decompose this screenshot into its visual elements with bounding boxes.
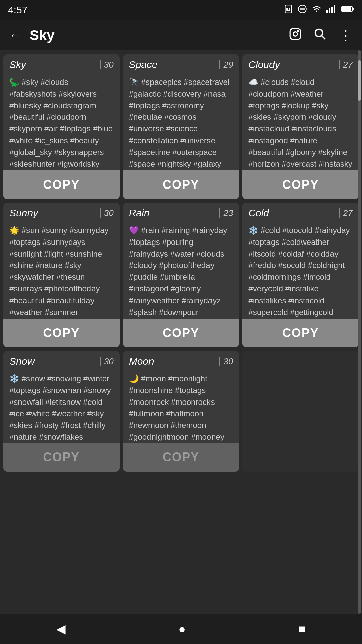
card-sky-copy-button[interactable]: COPY [3, 170, 120, 199]
sim-icon [284, 4, 293, 16]
card-rain-divider [219, 208, 220, 218]
card-space-count: 29 [223, 60, 233, 70]
card-rain-count: 23 [223, 208, 233, 218]
card-cold-copy-button[interactable]: COPY [242, 319, 359, 347]
svg-rect-10 [334, 5, 335, 13]
svg-rect-13 [353, 8, 354, 10]
card-snow-title: Snow [9, 356, 97, 367]
content-area: Sky 30 🦕 #sky #clouds #fabskyshots #skyl… [0, 50, 362, 476]
top-bar-icons: ⋮ [286, 25, 355, 46]
svg-rect-3 [286, 10, 290, 12]
svg-point-16 [298, 31, 299, 32]
card-sky: Sky 30 🦕 #sky #clouds #fabskyshots #skyl… [3, 54, 120, 199]
card-sunny-emoji: 🌟 [9, 226, 19, 235]
card-sky-count: 30 [104, 60, 114, 70]
card-snow-header: Snow 30 [3, 351, 120, 370]
status-time: 4:57 [8, 4, 27, 16]
svg-rect-12 [342, 7, 351, 11]
card-sky-divider [100, 60, 101, 69]
card-space-title: Space [129, 59, 216, 70]
top-bar: ← Sky ⋮ [0, 20, 362, 50]
card-snow-count: 30 [104, 356, 114, 367]
svg-rect-2 [289, 8, 290, 10]
card-cloudy-title: Cloudy [248, 59, 336, 70]
grid-row-1: Sky 30 🦕 #sky #clouds #fabskyshots #skyl… [3, 54, 359, 199]
card-moon-emoji: 🌙 [129, 374, 139, 383]
card-rain-body: 💜 #rain #raining #rainyday #toptags #pou… [123, 221, 239, 319]
card-snow-divider [100, 357, 101, 366]
nav-bar: ◀ ● ■ [0, 614, 362, 644]
card-sunny-count: 30 [104, 208, 114, 218]
card-space-emoji: 🔭 [129, 77, 139, 87]
card-cloudy: Cloudy 27 ☁️ #clouds #cloud #cloudporn #… [242, 54, 359, 199]
card-cloudy-copy-button[interactable]: COPY [242, 170, 359, 199]
card-moon: Moon 30 🌙 #moon #moonlight #moonshine #t… [123, 351, 239, 472]
svg-rect-1 [286, 8, 288, 10]
card-moon-copy-button[interactable]: COPY [123, 443, 239, 472]
svg-rect-8 [329, 8, 330, 13]
svg-line-18 [322, 36, 325, 39]
card-cold: Cold 27 ❄️ #cold #toocold #rainyday #top… [242, 203, 359, 347]
card-cloudy-emoji: ☁️ [248, 77, 258, 87]
nav-square-button[interactable]: ■ [288, 619, 316, 639]
status-bar: 4:57 [0, 0, 362, 20]
card-snow-copy-button[interactable]: COPY [3, 443, 120, 472]
signal-icon [326, 5, 337, 15]
card-space-copy-button[interactable]: COPY [123, 170, 239, 199]
card-cloudy-body: ☁️ #clouds #cloud #cloudporn #weather #t… [242, 73, 359, 170]
card-moon-divider [219, 357, 220, 366]
card-cold-emoji: ❄️ [248, 226, 258, 235]
card-moon-count: 30 [223, 356, 233, 367]
search-icon[interactable] [311, 25, 329, 46]
card-space-header: Space 29 [123, 54, 239, 73]
scroll-thumb [358, 60, 361, 101]
card-moon-header: Moon 30 [123, 351, 239, 370]
card-sunny-title: Sunny [9, 207, 97, 219]
page-title: Sky [29, 27, 281, 43]
svg-rect-0 [285, 5, 292, 13]
card-sunny-divider [100, 208, 101, 218]
card-cloudy-header: Cloudy 27 [242, 54, 359, 73]
grid-row-3: Snow 30 ❄️ #snow #snowing #winter #topta… [3, 351, 359, 472]
card-snow-body: ❄️ #snow #snowing #winter #toptags #snow… [3, 370, 120, 443]
card-sky-title: Sky [9, 59, 97, 70]
card-empty [242, 351, 359, 472]
card-cold-header: Cold 27 [242, 203, 359, 221]
more-icon[interactable]: ⋮ [336, 25, 355, 45]
card-space-divider [219, 60, 220, 69]
card-sunny-body: 🌟 #sun #sunny #sunnyday #toptags #sunnyd… [3, 221, 120, 319]
card-cold-count: 27 [343, 208, 353, 218]
card-snow-emoji: ❄️ [9, 374, 19, 383]
status-icons [284, 4, 354, 16]
card-rain-header: Rain 23 [123, 203, 239, 221]
card-cold-divider [339, 208, 340, 218]
svg-point-17 [315, 29, 323, 37]
svg-rect-14 [290, 29, 301, 39]
card-sky-body: 🦕 #sky #clouds #fabskyshots #skylovers #… [3, 73, 120, 170]
svg-rect-7 [326, 10, 328, 13]
svg-rect-9 [331, 7, 333, 13]
card-rain-title: Rain [129, 207, 216, 219]
battery-icon [341, 5, 354, 15]
instagram-icon[interactable] [286, 25, 304, 46]
svg-point-6 [316, 11, 317, 12]
nav-back-button[interactable]: ◀ [46, 619, 76, 639]
card-snow: Snow 30 ❄️ #snow #snowing #winter #topta… [3, 351, 120, 472]
scroll-bar [358, 50, 361, 614]
back-button[interactable]: ← [7, 25, 24, 45]
card-moon-title: Moon [129, 356, 216, 367]
card-sunny-copy-button[interactable]: COPY [3, 319, 120, 347]
card-cold-body: ❄️ #cold #toocold #rainyday #toptags #co… [242, 221, 359, 319]
card-space: Space 29 🔭 #spacepics #spacetravel #gala… [123, 54, 239, 199]
card-space-body: 🔭 #spacepics #spacetravel #galactic #dis… [123, 73, 239, 170]
svg-point-15 [293, 32, 298, 36]
card-sunny-header: Sunny 30 [3, 203, 120, 221]
card-cloudy-count: 27 [343, 60, 353, 70]
card-cold-title: Cold [248, 207, 336, 219]
card-rain: Rain 23 💜 #rain #raining #rainyday #topt… [123, 203, 239, 347]
card-rain-copy-button[interactable]: COPY [123, 319, 239, 347]
nav-home-button[interactable]: ● [168, 619, 196, 639]
card-rain-emoji: 💜 [129, 226, 139, 235]
card-sky-header: Sky 30 [3, 54, 120, 73]
card-sky-emoji: 🦕 [9, 77, 19, 87]
